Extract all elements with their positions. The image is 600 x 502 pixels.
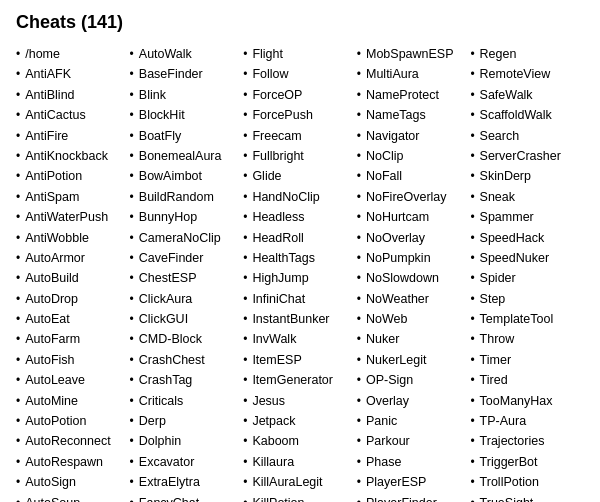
list-item: TriggerBot <box>470 453 584 471</box>
cheat-name: AutoPotion <box>25 412 86 430</box>
list-item: AntiWaterPush <box>16 208 130 226</box>
cheat-name: SafeWalk <box>480 86 533 104</box>
cheat-name: TP-Aura <box>480 412 527 430</box>
cheat-name: AntiBlind <box>25 86 74 104</box>
list-item: AntiFire <box>16 127 130 145</box>
list-item: Tired <box>470 371 584 389</box>
cheat-name: BoatFly <box>139 127 181 145</box>
list-item: CrashTag <box>130 371 244 389</box>
cheat-name: Spammer <box>480 208 534 226</box>
list-item: AutoFarm <box>16 330 130 348</box>
cheat-name: Dolphin <box>139 432 181 450</box>
cheat-name: NameTags <box>366 106 426 124</box>
list-item: ClickGUI <box>130 310 244 328</box>
cheat-name: Freecam <box>252 127 301 145</box>
list-item: BuildRandom <box>130 188 244 206</box>
list-item: NoFireOverlay <box>357 188 471 206</box>
list-item: AntiAFK <box>16 65 130 83</box>
cheat-name: InfiniChat <box>252 290 305 308</box>
cheat-name: Regen <box>480 45 517 63</box>
page-title: Cheats (141) <box>16 12 584 33</box>
cheat-name: MultiAura <box>366 65 419 83</box>
cheat-name: Killaura <box>252 453 294 471</box>
cheat-name: NoFireOverlay <box>366 188 447 206</box>
list-item: AutoRespawn <box>16 453 130 471</box>
cheat-name: ClickGUI <box>139 310 188 328</box>
cheat-name: BonemealAura <box>139 147 222 165</box>
cheat-name: CrashTag <box>139 371 193 389</box>
list-item: TrueSight <box>470 494 584 502</box>
cheat-name: AutoMine <box>25 392 78 410</box>
list-item: MultiAura <box>357 65 471 83</box>
cheat-name: NoWeb <box>366 310 407 328</box>
cheat-name: TemplateTool <box>480 310 554 328</box>
cheat-name: SpeedHack <box>480 229 545 247</box>
cheat-name: HealthTags <box>252 249 315 267</box>
cheat-name: NoWeather <box>366 290 429 308</box>
cheat-name: Fullbright <box>252 147 303 165</box>
cheat-name: AutoDrop <box>25 290 78 308</box>
list-item: Trajectories <box>470 432 584 450</box>
list-item: AutoWalk <box>130 45 244 63</box>
cheat-name: Parkour <box>366 432 410 450</box>
list-item: PlayerFinder <box>357 494 471 502</box>
list-item: BonemealAura <box>130 147 244 165</box>
list-item: Step <box>470 290 584 308</box>
list-item: AntiWobble <box>16 229 130 247</box>
cheat-name: AntiSpam <box>25 188 79 206</box>
cheat-name: ChestESP <box>139 269 197 287</box>
cheat-name: ItemGenerator <box>252 371 333 389</box>
list-item: NoPumpkin <box>357 249 471 267</box>
list-item: AutoMine <box>16 392 130 410</box>
list-item: KillPotion <box>243 494 357 502</box>
list-item: Headless <box>243 208 357 226</box>
list-item: Timer <box>470 351 584 369</box>
list-item: CaveFinder <box>130 249 244 267</box>
list-item: KillAuraLegit <box>243 473 357 491</box>
cheat-name: HighJump <box>252 269 308 287</box>
cheat-name: AutoFarm <box>25 330 80 348</box>
cheat-name: PlayerESP <box>366 473 426 491</box>
cheat-name: AutoLeave <box>25 371 85 389</box>
cheat-name: OP-Sign <box>366 371 413 389</box>
cheat-name: Jesus <box>252 392 285 410</box>
cheat-name: AutoEat <box>25 310 69 328</box>
list-item: AntiPotion <box>16 167 130 185</box>
list-item: ChestESP <box>130 269 244 287</box>
list-item: TooManyHax <box>470 392 584 410</box>
list-item: ScaffoldWalk <box>470 106 584 124</box>
list-item: NoHurtcam <box>357 208 471 226</box>
list-item: TrollPotion <box>470 473 584 491</box>
list-item: CameraNoClip <box>130 229 244 247</box>
cheat-name: ClickAura <box>139 290 193 308</box>
list-item: Follow <box>243 65 357 83</box>
list-item: SpeedHack <box>470 229 584 247</box>
list-item: Killaura <box>243 453 357 471</box>
list-item: Criticals <box>130 392 244 410</box>
cheat-name: NukerLegit <box>366 351 426 369</box>
cheat-name: Phase <box>366 453 401 471</box>
column-1: AutoWalkBaseFinderBlinkBlockHitBoatFlyBo… <box>130 45 244 502</box>
cheat-name: AutoSoup <box>25 494 80 502</box>
cheat-name: Navigator <box>366 127 420 145</box>
list-item: TemplateTool <box>470 310 584 328</box>
list-item: ClickAura <box>130 290 244 308</box>
column-0: /homeAntiAFKAntiBlindAntiCactusAntiFireA… <box>16 45 130 502</box>
cheat-name: TriggerBot <box>480 453 538 471</box>
list-item: CrashChest <box>130 351 244 369</box>
cheat-name: ExtraElytra <box>139 473 200 491</box>
cheat-name: BowAimbot <box>139 167 202 185</box>
list-item: Parkour <box>357 432 471 450</box>
cheat-name: NoClip <box>366 147 404 165</box>
list-item: AutoPotion <box>16 412 130 430</box>
cheat-name: Step <box>480 290 506 308</box>
list-item: NameTags <box>357 106 471 124</box>
cheat-name: HandNoClip <box>252 188 319 206</box>
cheat-name: NoOverlay <box>366 229 425 247</box>
list-item: AntiBlind <box>16 86 130 104</box>
cheat-name: AntiFire <box>25 127 68 145</box>
cheat-name: Follow <box>252 65 288 83</box>
list-item: Spammer <box>470 208 584 226</box>
cheat-name: FancyChat <box>139 494 199 502</box>
list-item: InstantBunker <box>243 310 357 328</box>
